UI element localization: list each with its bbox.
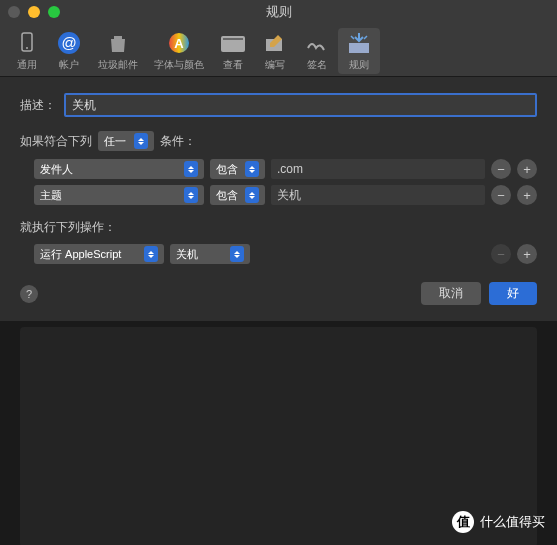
svg-point-1 <box>26 47 28 49</box>
minimize-window-button[interactable] <box>28 6 40 18</box>
action-target-dropdown[interactable]: 关机 <box>170 244 250 264</box>
fonts-icon: A <box>166 30 192 56</box>
dropdown-arrows-icon <box>230 246 244 262</box>
condition-value-input[interactable] <box>271 185 485 205</box>
action-type-dropdown[interactable]: 运行 AppleScript <box>34 244 164 264</box>
tab-label: 通用 <box>17 58 37 72</box>
tab-label: 编写 <box>265 58 285 72</box>
dropdown-arrows-icon <box>184 161 198 177</box>
dropdown-value: 运行 AppleScript <box>40 247 121 262</box>
dropdown-value: 包含 <box>216 162 238 177</box>
tab-fonts[interactable]: A 字体与颜色 <box>146 28 212 74</box>
dropdown-arrows-icon <box>245 161 259 177</box>
dropdown-value: 主题 <box>40 188 62 203</box>
if-prefix-label: 如果符合下列 <box>20 133 92 150</box>
description-label: 描述： <box>20 97 56 114</box>
svg-rect-7 <box>223 38 243 40</box>
dropdown-arrows-icon <box>184 187 198 203</box>
tab-signatures[interactable]: 签名 <box>296 28 338 74</box>
remove-condition-button[interactable]: − <box>491 185 511 205</box>
condition-field-dropdown[interactable]: 发件人 <box>34 159 204 179</box>
tab-rules[interactable]: 规则 <box>338 28 380 74</box>
tab-label: 垃圾邮件 <box>98 58 138 72</box>
tab-accounts[interactable]: @ 帐户 <box>48 28 90 74</box>
tab-label: 查看 <box>223 58 243 72</box>
tab-label: 帐户 <box>59 58 79 72</box>
tab-composing[interactable]: 编写 <box>254 28 296 74</box>
dropdown-arrows-icon <box>245 187 259 203</box>
preferences-toolbar: 通用 @ 帐户 垃圾邮件 A 字体与颜色 查看 编写 签名 规则 <box>0 24 557 77</box>
tab-label: 规则 <box>349 58 369 72</box>
svg-text:A: A <box>174 36 184 51</box>
tab-viewing[interactable]: 查看 <box>212 28 254 74</box>
dropdown-value: 任一 <box>104 134 126 149</box>
description-input[interactable] <box>64 93 537 117</box>
dropdown-arrows-icon <box>134 133 148 149</box>
condition-operator-dropdown[interactable]: 包含 <box>210 159 265 179</box>
dropdown-value: 包含 <box>216 188 238 203</box>
general-icon <box>14 30 40 56</box>
close-window-button[interactable] <box>8 6 20 18</box>
condition-field-dropdown[interactable]: 主题 <box>34 185 204 205</box>
then-label: 就执行下列操作： <box>20 219 537 236</box>
accounts-icon: @ <box>56 30 82 56</box>
cancel-button[interactable]: 取消 <box>421 282 481 305</box>
svg-rect-9 <box>349 43 369 53</box>
action-row: 运行 AppleScript 关机 − + <box>20 244 537 264</box>
condition-value-input[interactable] <box>271 159 485 179</box>
ok-button[interactable]: 好 <box>489 282 537 305</box>
window-title: 规则 <box>266 3 292 21</box>
tab-label: 字体与颜色 <box>154 58 204 72</box>
add-condition-button[interactable]: + <box>517 159 537 179</box>
dropdown-value: 关机 <box>176 247 198 262</box>
help-button[interactable]: ? <box>20 285 38 303</box>
tab-general[interactable]: 通用 <box>6 28 48 74</box>
watermark: 值 什么值得买 <box>452 511 545 533</box>
tab-label: 签名 <box>307 58 327 72</box>
add-condition-button[interactable]: + <box>517 185 537 205</box>
condition-row: 发件人 包含 − + <box>34 159 537 179</box>
remove-condition-button[interactable]: − <box>491 159 511 179</box>
signatures-icon <box>304 30 330 56</box>
dropdown-value: 发件人 <box>40 162 73 177</box>
add-action-button[interactable]: + <box>517 244 537 264</box>
rules-icon <box>346 30 372 56</box>
composing-icon <box>262 30 288 56</box>
condition-operator-dropdown[interactable]: 包含 <box>210 185 265 205</box>
remove-action-button: − <box>491 244 511 264</box>
watermark-text: 什么值得买 <box>480 513 545 531</box>
dropdown-arrows-icon <box>144 246 158 262</box>
titlebar: 规则 <box>0 0 557 24</box>
match-mode-dropdown[interactable]: 任一 <box>98 131 154 151</box>
condition-row: 主题 包含 − + <box>34 185 537 205</box>
maximize-window-button[interactable] <box>48 6 60 18</box>
if-suffix-label: 条件： <box>160 133 196 150</box>
watermark-icon: 值 <box>452 511 474 533</box>
svg-text:@: @ <box>61 34 76 51</box>
junk-icon <box>105 30 131 56</box>
viewing-icon <box>220 30 246 56</box>
tab-junk[interactable]: 垃圾邮件 <box>90 28 146 74</box>
